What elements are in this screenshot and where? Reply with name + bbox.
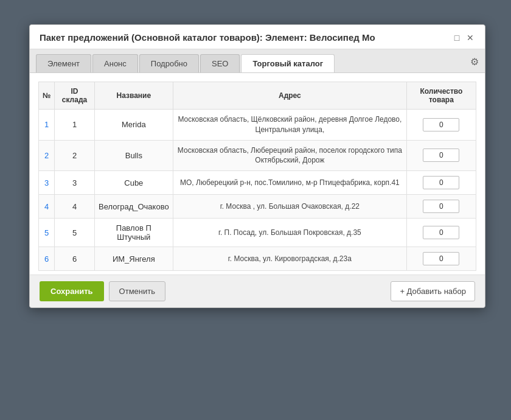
tab-trade-catalog[interactable]: Торговый каталог — [241, 54, 335, 72]
row-address-cell: г. Москва, ул. Кировоградская, д.23а — [173, 247, 407, 271]
row-id-cell: 1 — [55, 110, 94, 141]
row-name-cell: Cube — [94, 171, 173, 195]
row-name-cell: Павлов П Штучный — [94, 219, 173, 247]
modal-header-icons: □ ✕ — [452, 33, 475, 43]
col-id: ID склада — [55, 82, 94, 110]
row-qty-cell — [406, 140, 476, 171]
row-address-cell: МО, Люберецкий р-н, пос.Томилино, м-р Пт… — [173, 171, 407, 195]
row-qty-cell — [406, 219, 476, 247]
col-address: Адрес — [173, 82, 407, 110]
table-row: 55Павлов П Штучныйг. П. Посад, ул. Больш… — [39, 219, 476, 247]
tab-details[interactable]: Подробно — [139, 54, 199, 72]
row-id-cell: 3 — [55, 171, 94, 195]
row-num-link[interactable]: 2 — [44, 151, 49, 160]
modal-body: № ID склада Название Адрес Количество то… — [30, 73, 485, 275]
save-button[interactable]: Сохранить — [40, 281, 104, 301]
modal-footer: Сохранить Отменить + Добавить набор — [30, 275, 485, 307]
qty-input[interactable] — [423, 252, 459, 265]
row-id-cell: 4 — [55, 195, 94, 219]
table-row: 33CubeМО, Люберецкий р-н, пос.Томилино, … — [39, 171, 476, 195]
row-qty-cell — [406, 110, 476, 141]
row-num-link[interactable]: 4 — [44, 202, 49, 211]
footer-left: Сохранить Отменить — [40, 281, 165, 301]
row-qty-cell — [406, 247, 476, 271]
row-name-cell: Велоград_Очаково — [94, 195, 173, 219]
warehouses-table: № ID склада Название Адрес Количество то… — [38, 82, 476, 271]
row-id-cell: 5 — [55, 219, 94, 247]
row-num-cell: 2 — [39, 140, 55, 171]
tab-anons[interactable]: Анонс — [92, 54, 138, 72]
table-row: 22BullsМосковская область, Люберецкий ра… — [39, 140, 476, 171]
tabs-bar: Элемент Анонс Подробно SEO Торговый ката… — [30, 49, 485, 73]
row-num-link[interactable]: 5 — [44, 228, 49, 237]
row-qty-cell — [406, 171, 476, 195]
row-name-cell: ИМ_Янгеля — [94, 247, 173, 271]
add-set-button[interactable]: + Добавить набор — [391, 281, 475, 301]
qty-input[interactable] — [423, 226, 459, 239]
row-id-cell: 2 — [55, 140, 94, 171]
col-name: Название — [94, 82, 173, 110]
row-num-cell: 5 — [39, 219, 55, 247]
table-header-row: № ID склада Название Адрес Количество то… — [39, 82, 476, 110]
qty-input[interactable] — [423, 200, 459, 213]
col-qty: Количество товара — [406, 82, 476, 110]
row-num-link[interactable]: 1 — [44, 120, 49, 129]
settings-icon[interactable]: ⚙ — [470, 56, 479, 71]
modal-title: Пакет предложений (Основной каталог това… — [40, 32, 441, 43]
row-name-cell: Bulls — [94, 140, 173, 171]
close-button[interactable]: ✕ — [465, 33, 475, 43]
qty-input[interactable] — [423, 176, 459, 189]
row-num-cell: 1 — [39, 110, 55, 141]
row-id-cell: 6 — [55, 247, 94, 271]
row-num-link[interactable]: 6 — [44, 254, 49, 264]
row-address-cell: г. П. Посад, ул. Большая Покровская, д.3… — [173, 219, 407, 247]
qty-input[interactable] — [423, 118, 459, 131]
row-qty-cell — [406, 195, 476, 219]
row-address-cell: г. Москва , ул. Большая Очаковская, д.22 — [173, 195, 407, 219]
table-container: № ID склада Название Адрес Количество то… — [30, 73, 485, 275]
qty-input[interactable] — [423, 149, 459, 162]
tab-seo[interactable]: SEO — [200, 54, 240, 72]
col-num: № — [39, 82, 55, 110]
table-row: 11MeridaМосковская область, Щёлковский р… — [39, 110, 476, 141]
row-num-cell: 3 — [39, 171, 55, 195]
minimize-button[interactable]: □ — [452, 33, 462, 43]
cancel-button[interactable]: Отменить — [109, 281, 165, 301]
row-name-cell: Merida — [94, 110, 173, 141]
row-num-link[interactable]: 3 — [44, 178, 49, 187]
row-address-cell: Московская область, Люберецкий район, по… — [173, 140, 407, 171]
modal-dialog: Пакет предложений (Основной каталог това… — [29, 24, 485, 308]
row-num-cell: 6 — [39, 247, 55, 271]
tab-element[interactable]: Элемент — [36, 54, 91, 72]
modal-header: Пакет предложений (Основной каталог това… — [30, 25, 485, 49]
table-row: 44Велоград_Очаковог. Москва , ул. Больша… — [39, 195, 476, 219]
row-address-cell: Московская область, Щёлковский район, де… — [173, 110, 407, 141]
row-num-cell: 4 — [39, 195, 55, 219]
table-row: 66ИМ_Янгеляг. Москва, ул. Кировоградская… — [39, 247, 476, 271]
